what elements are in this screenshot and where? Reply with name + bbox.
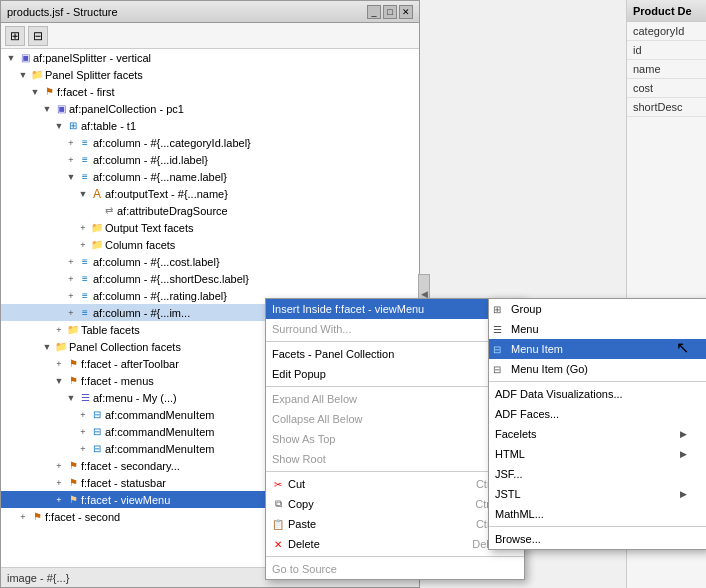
node-label: af:table - t1 <box>81 120 136 132</box>
ctx-item-edit-popup[interactable]: Edit Popup ▶ <box>266 364 524 384</box>
node-label: af:column - #{...cost.label} <box>93 256 220 268</box>
node-label: Column facets <box>105 239 175 251</box>
collapse-all-button[interactable]: ⊟ <box>28 26 48 46</box>
node-label: af:column - #{...rating.label} <box>93 290 227 302</box>
ctx-item-insert-inside[interactable]: Insert Inside f:facet - viewMenu ▶ <box>266 299 524 319</box>
folder-icon: 📁 <box>89 221 105 235</box>
ctx-item-paste[interactable]: 📋 Paste Ctrl-V <box>266 514 524 534</box>
tree-node-pc1[interactable]: ▼ ▣ af:panelCollection - pc1 <box>1 100 419 117</box>
paste-label: Paste <box>288 518 316 530</box>
ctx-item-collapse-all[interactable]: Collapse All Below <box>266 409 524 429</box>
tree-node-colfacets[interactable]: + 📁 Column facets <box>1 236 419 253</box>
separator-sub1 <box>489 381 706 382</box>
separator-1 <box>266 341 524 342</box>
expand-all-button[interactable]: ⊞ <box>5 26 25 46</box>
ctx-item-surround[interactable]: Surround With... <box>266 319 524 339</box>
copy-label: Copy <box>288 498 314 510</box>
show-as-top-label: Show As Top <box>272 433 335 445</box>
node-label: af:menu - My (...) <box>93 392 177 404</box>
col-icon: ≡ <box>77 255 93 269</box>
right-panel-item-5: shortDesc <box>627 98 706 117</box>
node-label: f:facet - afterToolbar <box>81 358 179 370</box>
submenu-item-html[interactable]: HTML ▶ <box>489 444 706 464</box>
ctx-item-delete[interactable]: ✕ Delete Delete <box>266 534 524 554</box>
show-root-label: Show Root <box>272 453 326 465</box>
edit-popup-label: Edit Popup <box>272 368 326 380</box>
facet-icon: ⚑ <box>41 85 57 99</box>
right-panel-item-3: name <box>627 60 706 79</box>
tree-node-outtextfacets[interactable]: + 📁 Output Text facets <box>1 219 419 236</box>
facelets-arrow: ▶ <box>680 429 687 439</box>
expand-icon: + <box>53 358 65 370</box>
node-label: af:panelCollection - pc1 <box>69 103 184 115</box>
expand-all-label: Expand All Below <box>272 393 357 405</box>
ctx-item-expand-all[interactable]: Expand All Below <box>266 389 524 409</box>
ctx-item-copy[interactable]: ⧉ Copy Ctrl-C <box>266 494 524 514</box>
context-menu: Insert Inside f:facet - viewMenu ▶ Surro… <box>265 298 525 580</box>
tree-node-col-cost[interactable]: + ≡ af:column - #{...cost.label} <box>1 253 419 270</box>
expand-icon: ▼ <box>29 86 41 98</box>
submenu-item-browse[interactable]: Browse... <box>489 529 706 549</box>
tree-node-psfacets[interactable]: ▼ 📁 Panel Splitter facets <box>1 66 419 83</box>
tree-node-col-categoryid[interactable]: + ≡ af:column - #{...categoryId.label} <box>1 134 419 151</box>
submenu-item-facelets[interactable]: Facelets ▶ <box>489 424 706 444</box>
submenu-item-menu[interactable]: ☰ Menu <box>489 319 706 339</box>
node-label: Table facets <box>81 324 140 336</box>
browse-label: Browse... <box>495 533 541 545</box>
menuitem-icon2: ⊟ <box>493 344 501 355</box>
expand-icon: + <box>65 137 77 149</box>
submenu-item-mathml[interactable]: MathML... <box>489 504 706 524</box>
html-arrow: ▶ <box>680 449 687 459</box>
folder-icon: 📁 <box>29 68 45 82</box>
submenu-item-adf-data-viz[interactable]: ADF Data Visualizations... <box>489 384 706 404</box>
minimize-button[interactable]: _ <box>367 5 381 19</box>
node-label: f:facet - statusbar <box>81 477 166 489</box>
submenu-item-adf-faces[interactable]: ADF Faces... <box>489 404 706 424</box>
right-panel-item-2: id <box>627 41 706 60</box>
cut-icon: ✂ <box>270 479 286 490</box>
facet-icon: ⚑ <box>65 493 81 507</box>
copy-icon: ⧉ <box>270 498 286 510</box>
tree-node-t1[interactable]: ▼ ⊞ af:table - t1 <box>1 117 419 134</box>
tree-node-col-id[interactable]: + ≡ af:column - #{...id.label} <box>1 151 419 168</box>
submenu-item-group[interactable]: ⊞ Group <box>489 299 706 319</box>
submenu-item-jstl[interactable]: JSTL ▶ <box>489 484 706 504</box>
tree-node-ffirst[interactable]: ▼ ⚑ f:facet - first <box>1 83 419 100</box>
tree-node-col-shortdesc[interactable]: + ≡ af:column - #{...shortDesc.label} <box>1 270 419 287</box>
tree-node-attrdrag[interactable]: ⇄ af:attributeDragSource <box>1 202 419 219</box>
tree-node-panelsplitter[interactable]: ▼ ▣ af:panelSplitter - vertical <box>1 49 419 66</box>
ctx-item-show-root[interactable]: Show Root <box>266 449 524 469</box>
submenu-item-jsf[interactable]: JSF... <box>489 464 706 484</box>
facelets-label: Facelets <box>495 428 537 440</box>
expand-icon: ▼ <box>65 392 77 404</box>
delete-label: Delete <box>288 538 320 550</box>
menu-icon: ☰ <box>493 324 502 335</box>
jstl-label: JSTL <box>495 488 521 500</box>
submenu-item-menuitem-go[interactable]: ⊟ Menu Item (Go) <box>489 359 706 379</box>
tree-node-col-name[interactable]: ▼ ≡ af:column - #{...name.label} <box>1 168 419 185</box>
facets-pc-label: Facets - Panel Collection <box>272 348 394 360</box>
submenu-item-menuitem[interactable]: ⊟ Menu Item <box>489 339 706 359</box>
col-icon: ≡ <box>77 289 93 303</box>
tree-node-outputtext[interactable]: ▼ A af:outputText - #{...name} <box>1 185 419 202</box>
node-label: af:column - #{...name.label} <box>93 171 227 183</box>
close-button[interactable]: ✕ <box>399 5 413 19</box>
node-label: af:commandMenuItem <box>105 426 214 438</box>
submenu-insert-inside: ⊞ Group ☰ Menu ⊟ Menu Item ⊟ Menu Item (… <box>488 298 706 550</box>
expand-icon: ▼ <box>53 120 65 132</box>
ctx-item-facets-pc[interactable]: Facets - Panel Collection ▶ <box>266 344 524 364</box>
expand-icon: + <box>53 477 65 489</box>
node-label: f:facet - second <box>45 511 120 523</box>
expand-icon: ▼ <box>53 375 65 387</box>
ctx-item-show-as-top[interactable]: Show As Top <box>266 429 524 449</box>
adf-faces-label: ADF Faces... <box>495 408 559 420</box>
expand-icon <box>89 205 101 217</box>
menuitem-icon: ⊟ <box>89 442 105 456</box>
menuitem-label: Menu Item <box>511 343 563 355</box>
menuitem-go-icon: ⊟ <box>493 364 501 375</box>
ctx-item-cut[interactable]: ✂ Cut Ctrl-X <box>266 474 524 494</box>
node-label: af:outputText - #{...name} <box>105 188 228 200</box>
go-source-label: Go to Source <box>272 563 337 575</box>
ctx-item-go-source[interactable]: Go to Source <box>266 559 524 579</box>
maximize-button[interactable]: □ <box>383 5 397 19</box>
